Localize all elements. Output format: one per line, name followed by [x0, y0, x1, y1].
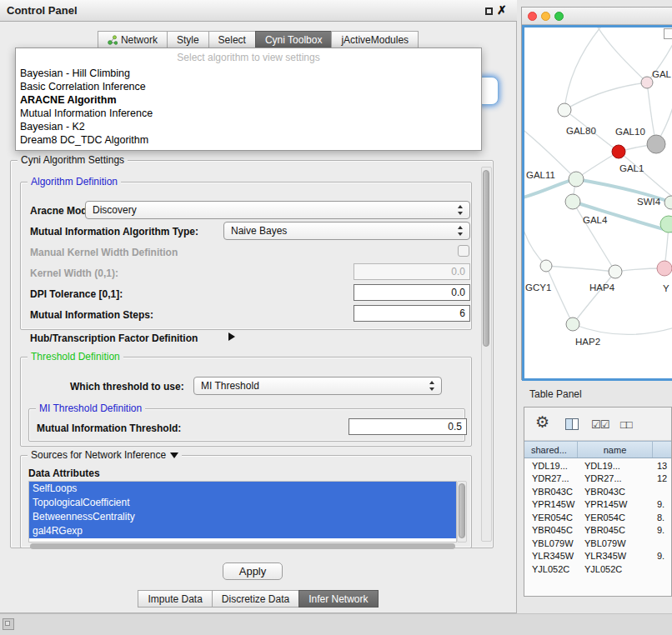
tab-impute-data[interactable]: Impute Data	[138, 590, 212, 608]
network-edge[interactable]	[595, 28, 647, 82]
table-cell: YLR345W	[524, 551, 578, 561]
network-edge[interactable]	[546, 266, 573, 324]
mi-steps-field[interactable]: 6	[354, 305, 470, 322]
field-value: 0.5	[448, 421, 462, 432]
minimized-panel-icon[interactable]	[3, 618, 14, 630]
mi-algorithm-type-select[interactable]: Naive Bayes	[223, 222, 470, 240]
tab-select[interactable]: Select	[208, 31, 256, 48]
column-header-shared-name[interactable]: shared...	[524, 442, 578, 458]
algorithm-option[interactable]: Dream8 DC_TDC Algorithm	[16, 133, 481, 147]
mi-threshold-field[interactable]: 0.5	[349, 418, 467, 435]
table-row[interactable]: YPR145WYPR145W9.	[524, 498, 672, 512]
tab-jactivemodules[interactable]: jActiveModules	[331, 31, 419, 48]
tab-cyni-toolbox[interactable]: Cyni Toolbox	[255, 31, 332, 48]
minimize-traffic-light[interactable]	[541, 12, 550, 21]
table-row[interactable]: YBR043CYBR043C	[524, 485, 672, 498]
algorithm-option[interactable]: Bayesian - K2	[16, 120, 481, 133]
attribute-item[interactable]: SelfLoops	[29, 482, 456, 496]
field-value: 0.0	[451, 287, 465, 298]
node-label: GCY1	[525, 282, 551, 292]
node-label: GAL80	[566, 126, 596, 136]
algorithm-dropdown-popup: Select algorithm to view settings Bayesi…	[15, 48, 482, 151]
network-node-gal10-red[interactable]	[612, 145, 625, 158]
combo-arrows-icon	[458, 226, 464, 236]
zoom-traffic-light[interactable]	[554, 12, 564, 21]
network-edge[interactable]	[546, 266, 615, 272]
network-window-titlebar[interactable]	[522, 8, 672, 25]
table-row[interactable]: YER054CYER054C8.	[524, 511, 672, 524]
tab-discretize-data[interactable]: Discretize Data	[212, 590, 299, 608]
network-node[interactable]	[609, 265, 622, 278]
network-edge[interactable]	[573, 324, 672, 335]
network-edge[interactable]	[564, 28, 604, 110]
close-traffic-light[interactable]	[528, 12, 537, 21]
table-cell: 13	[653, 461, 672, 471]
algorithm-option-selected[interactable]: ARACNE Algorithm	[16, 93, 481, 107]
network-canvas[interactable]: GAL GAL80 GAL10 GAL11 GAL1 SWI4 GAL4 GCY…	[522, 25, 672, 381]
apply-button[interactable]: Apply	[223, 562, 283, 580]
tab-network[interactable]: Network	[98, 31, 168, 48]
tab-infer-network[interactable]: Infer Network	[298, 590, 378, 608]
table-row[interactable]: YBL079WYBL079W	[524, 537, 672, 550]
network-edge[interactable]	[524, 219, 546, 266]
control-panel-titlebar[interactable]: Control Panel ✗	[0, 0, 517, 22]
network-node-swi4[interactable]	[664, 196, 672, 209]
network-node-gal4[interactable]	[565, 194, 580, 209]
collapsed-arrow-icon[interactable]	[228, 332, 235, 341]
dpi-tolerance-field[interactable]: 0.0	[354, 284, 470, 301]
table-row[interactable]: YLR345WYLR345W9.	[524, 550, 672, 563]
float-window-icon[interactable]	[485, 8, 493, 15]
clear-checks-icon[interactable]: □□	[620, 418, 632, 431]
attribute-item[interactable]: TopologicalCoefficient	[29, 496, 456, 510]
table-row[interactable]: YJL052CYJL052C	[524, 562, 672, 576]
network-node-gray[interactable]	[647, 135, 665, 153]
aracne-mode-select[interactable]: Discovery	[85, 201, 470, 219]
attributes-scrollbar-thumb[interactable]	[459, 483, 465, 538]
columns-icon[interactable]	[565, 418, 579, 430]
network-node-hap2[interactable]	[566, 318, 579, 331]
birdseye-toggle[interactable]	[664, 28, 672, 39]
group-title: MI Threshold Definition	[36, 402, 145, 415]
network-node[interactable]	[641, 77, 653, 88]
attribute-item[interactable]: BetweennessCentrality	[29, 510, 456, 524]
column-header[interactable]	[653, 442, 672, 458]
settings-scrollbar[interactable]	[481, 167, 492, 542]
tab-label: Style	[177, 34, 199, 46]
table-row[interactable]: YDR27...YDR27...12	[524, 472, 672, 486]
node-label: Y	[663, 283, 669, 293]
attributes-hscrollbar-thumb[interactable]	[30, 543, 455, 549]
network-node-gcy1[interactable]	[540, 260, 552, 272]
network-edge[interactable]	[564, 82, 647, 110]
attributes-scrollbar[interactable]	[457, 481, 467, 542]
tab-label: Network	[121, 34, 158, 46]
node-label: GAL4	[583, 215, 608, 225]
table-cell: 9.	[653, 551, 672, 561]
network-node-gal11[interactable]	[569, 172, 584, 187]
algorithm-option[interactable]: Bayesian - Hill Climbing	[16, 67, 481, 80]
table-cell: 8.	[653, 512, 672, 522]
network-edge[interactable]	[619, 152, 672, 198]
which-threshold-select[interactable]: MI Threshold	[193, 377, 442, 395]
settings-scrollbar-thumb[interactable]	[483, 170, 489, 347]
select-all-checks-icon[interactable]: ☑☑	[591, 418, 609, 431]
group-title: Sources for Network Inference	[31, 449, 166, 462]
node-label: GAL10	[615, 127, 645, 137]
window-title: Control Panel	[7, 4, 78, 17]
network-node-gal80[interactable]	[558, 103, 571, 117]
kernel-width-field: 0.0	[354, 263, 470, 280]
network-edge[interactable]	[573, 272, 615, 324]
gear-icon[interactable]: ⚙	[535, 412, 549, 432]
group-title: Algorithm Definition	[28, 176, 121, 188]
column-header-name[interactable]: name	[578, 442, 653, 458]
table-row[interactable]: YBR045CYBR045C9.	[524, 524, 672, 538]
hub-section-toggle[interactable]: Hub/Transcription Factor Definition	[30, 332, 198, 344]
close-window-icon[interactable]: ✗	[497, 3, 507, 17]
algorithm-option[interactable]: Mutual Information Inference	[16, 107, 481, 120]
network-node[interactable]	[657, 261, 672, 276]
attribute-item[interactable]: gal4RGexp	[29, 524, 456, 538]
tab-style[interactable]: Style	[167, 31, 209, 48]
algorithm-option[interactable]: Basic Correlation Inference	[16, 80, 481, 93]
table-cell: 12	[653, 473, 672, 483]
sources-section-toggle[interactable]: Sources for Network Inference	[28, 449, 182, 462]
table-row[interactable]: YDL19...YDL19...13	[524, 459, 672, 472]
